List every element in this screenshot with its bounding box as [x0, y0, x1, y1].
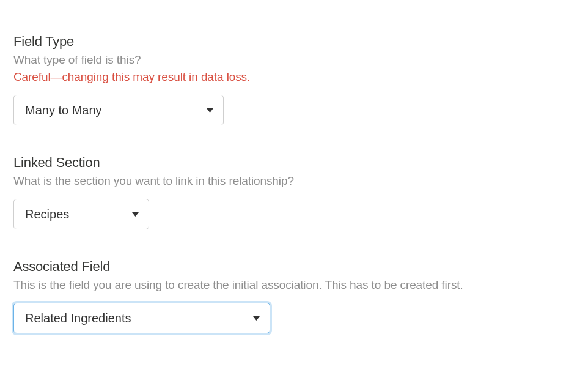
field-type-group: Field Type What type of field is this? C… — [13, 34, 575, 125]
associated-field-description: This is the field you are using to creat… — [13, 278, 575, 292]
field-type-warning: Careful—changing this may result in data… — [13, 70, 575, 84]
associated-field-select-label: Related Ingredients — [25, 311, 131, 325]
linked-section-group: Linked Section What is the section you w… — [13, 155, 575, 229]
associated-field-group: Associated Field This is the field you a… — [13, 259, 575, 333]
linked-section-description: What is the section you want to link in … — [13, 174, 575, 188]
linked-section-select-label: Recipes — [25, 207, 69, 221]
field-type-description: What type of field is this? — [13, 53, 575, 67]
linked-section-select[interactable]: Recipes — [13, 199, 149, 229]
field-type-select-label: Many to Many — [25, 103, 102, 117]
caret-down-icon — [207, 108, 213, 113]
field-type-heading: Field Type — [13, 34, 575, 50]
caret-down-icon — [253, 316, 260, 321]
associated-field-heading: Associated Field — [13, 259, 575, 275]
linked-section-heading: Linked Section — [13, 155, 575, 171]
associated-field-select[interactable]: Related Ingredients — [13, 303, 270, 333]
field-type-select[interactable]: Many to Many — [13, 95, 224, 125]
caret-down-icon — [132, 212, 139, 217]
